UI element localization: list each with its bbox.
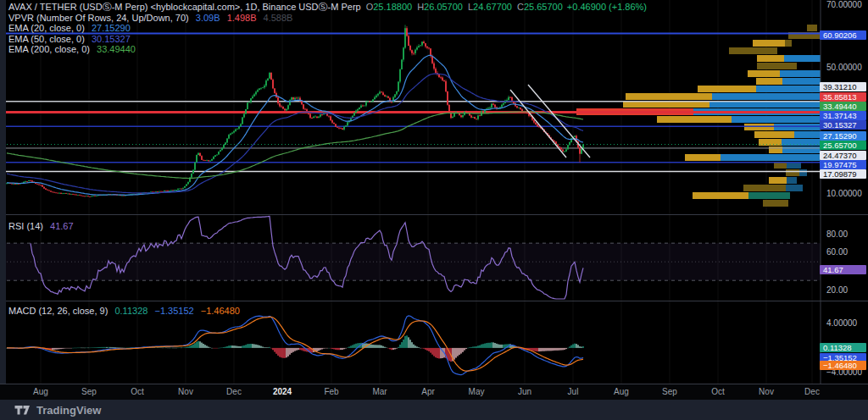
macd-histogram-bar — [89, 348, 90, 349]
ema50-line — [7, 74, 583, 193]
high-value: 26.05700 — [424, 2, 463, 12]
candle-body — [286, 109, 287, 110]
macd-histogram-bar — [386, 347, 387, 348]
time-axis-label: 2024 — [273, 387, 292, 396]
macd-histogram-bar — [125, 348, 125, 349]
macd-histogram-bar — [206, 345, 207, 348]
candle-body — [365, 102, 367, 105]
candle-body — [337, 127, 338, 128]
macd-histogram-bar — [470, 347, 471, 348]
macd-histogram-bar — [413, 345, 414, 348]
axis-label: 4.00000 — [826, 319, 857, 328]
candle-body — [392, 97, 394, 102]
candle-body — [342, 128, 343, 130]
time-scale[interactable]: AugSepOctNovDec2024FebMarAprMayJunJulAug… — [0, 384, 868, 400]
macd-histogram-bar — [84, 348, 85, 349]
ema200-legend-row[interactable]: EMA (200, close, 0) 33.49440 — [8, 45, 647, 55]
vpvr-bar — [784, 55, 821, 62]
candle-body — [174, 190, 175, 191]
price-badge: 60.90206 — [820, 30, 866, 40]
macd-histogram-bar — [199, 341, 200, 348]
macd-histogram-bar — [437, 348, 437, 358]
axis-label: 10.00000 — [826, 190, 862, 198]
candle-body — [452, 117, 453, 118]
macd-histogram-bar — [211, 348, 212, 349]
macd-histogram-bar — [213, 348, 214, 349]
macd-histogram-bar — [184, 347, 185, 348]
macd-legend[interactable]: MACD (12, 26, close, 9) 0.11328 −1.35152… — [8, 307, 240, 317]
price-badge: 33.49440 — [820, 102, 866, 111]
macd-histogram-bar — [291, 348, 292, 353]
macd-histogram-bar — [274, 348, 275, 352]
candle-body — [40, 185, 42, 185]
macd-histogram-bar — [457, 348, 458, 356]
trendline-2[interactable] — [528, 85, 590, 158]
symbol-title: AVAX / TETHER (USDⓈ-M Perp) <hyblockcapi… — [8, 2, 361, 12]
time-axis-label: Nov — [759, 387, 774, 396]
candle-body — [162, 191, 164, 192]
ema50-legend-row[interactable]: EMA (50, close, 0) 30.15327 — [8, 35, 647, 45]
candle-body — [492, 103, 494, 104]
candle-body — [367, 102, 369, 102]
candle-body — [204, 160, 206, 161]
candle-body — [443, 80, 445, 81]
candle-body — [50, 191, 52, 191]
macd-histogram-bar — [191, 345, 192, 348]
vpvr-bar — [794, 131, 821, 138]
candle-body — [487, 108, 489, 109]
macd-histogram-bar — [459, 348, 459, 355]
macd-histogram-bar — [70, 348, 71, 349]
macd-histogram-bar — [562, 348, 563, 351]
trendline-1[interactable] — [510, 90, 566, 158]
macd-histogram-bar — [186, 347, 186, 348]
macd-histogram-bar — [448, 348, 449, 361]
rsi-value: 41.67 — [50, 221, 74, 231]
rsi-legend[interactable]: RSI (14) 41.67 — [8, 222, 74, 232]
macd-histogram-bar — [428, 348, 429, 351]
price-scale[interactable]: 70.0000050.0000010.0000080.0060.0020.004… — [819, 0, 868, 384]
macd-histogram-bar — [504, 345, 505, 348]
candle-body — [220, 150, 221, 152]
macd-histogram-bar — [384, 347, 385, 348]
vpvr-legend-row[interactable]: VPVR (Number Of Rows, 24, Up/Down, 70) 3… — [8, 14, 647, 24]
macd-histogram-bar — [298, 348, 298, 350]
candle-body — [25, 181, 26, 182]
macd-histogram-bar — [294, 348, 295, 351]
macd-histogram-bar — [579, 346, 580, 348]
macd-histogram-bar — [230, 345, 231, 348]
candle-body — [79, 195, 81, 196]
macd-histogram-bar — [582, 346, 583, 348]
vpvr-bar — [698, 86, 756, 92]
ema200-line — [7, 112, 583, 179]
vpvr-bar — [756, 78, 782, 85]
macd-histogram-bar — [123, 348, 124, 349]
vpvr-bar — [769, 146, 782, 153]
tradingview-logo-link[interactable]: TradingView — [14, 404, 101, 417]
macd-histogram-bar — [333, 348, 334, 350]
time-axis-label: Jul — [568, 387, 579, 396]
macd-histogram-bar — [316, 348, 317, 351]
candle-body — [401, 59, 403, 69]
macd-histogram-bar — [352, 345, 353, 347]
candle-body — [216, 155, 218, 156]
ema20-legend-row[interactable]: EMA (20, close, 0) 27.15290 — [8, 24, 647, 34]
macd-histogram-bar — [259, 345, 259, 348]
macd-histogram-bar — [174, 348, 175, 349]
macd-histogram-bar — [177, 348, 178, 349]
candle-body — [559, 146, 560, 147]
macd-histogram-bar — [292, 348, 293, 352]
macd-histogram-bar — [409, 340, 410, 348]
macd-histogram-bar — [216, 348, 217, 349]
macd-histogram-bar — [394, 348, 395, 350]
candle-body — [65, 193, 67, 194]
candle-body — [433, 64, 435, 69]
candle-body — [359, 108, 360, 109]
macd-histogram-bar — [331, 348, 332, 349]
candle-body — [386, 97, 387, 97]
symbol-legend-row[interactable]: AVAX / TETHER (USDⓈ-M Perp) <hyblockcapi… — [8, 3, 647, 13]
macd-histogram-bar — [277, 348, 278, 356]
candle-body — [360, 106, 362, 108]
price-badge: 27.15290 — [820, 131, 866, 141]
chart-canvas[interactable] — [0, 0, 868, 384]
candle-body — [474, 117, 476, 119]
